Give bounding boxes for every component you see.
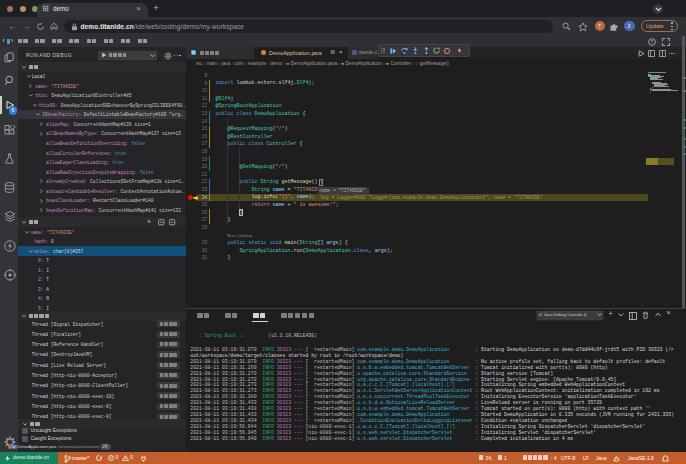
svg-text:?: ? bbox=[651, 38, 654, 44]
